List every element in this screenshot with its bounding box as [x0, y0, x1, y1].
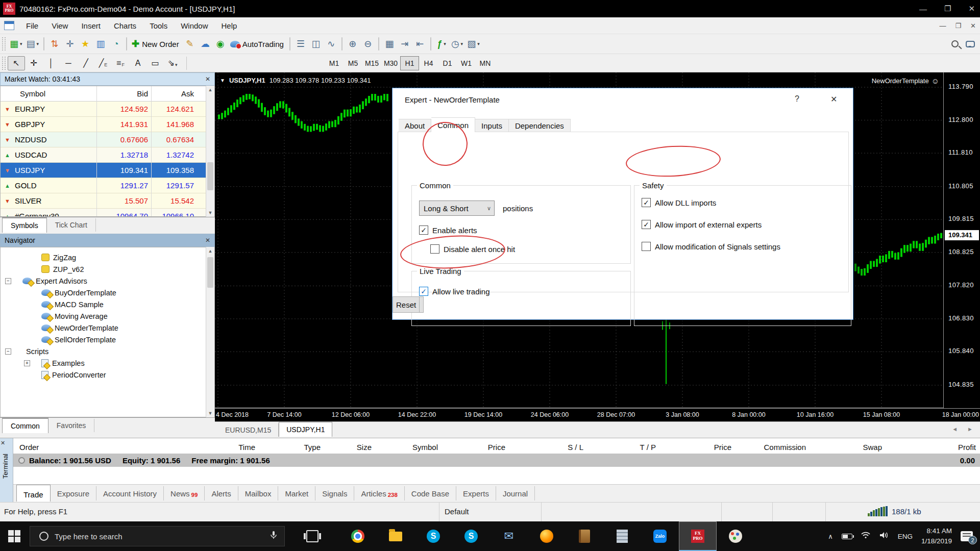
market-watch-close-icon[interactable]: ✕: [205, 76, 210, 83]
terminal-tab[interactable]: Account History: [96, 486, 164, 500]
tray-clock[interactable]: 8:41 AM 1/18/2019: [921, 526, 952, 546]
terminal-column-header[interactable]: Size: [325, 443, 376, 452]
close-button[interactable]: ✕: [968, 4, 975, 13]
market-watch-toggle[interactable]: ⇅: [47, 36, 62, 52]
mdi-close-button[interactable]: ✕: [970, 22, 976, 30]
navigator-item[interactable]: ZUP_v62: [1, 263, 214, 275]
taskbar-app-fxpro[interactable]: FX PRO: [679, 521, 717, 551]
timeframe-button[interactable]: M1: [325, 56, 344, 70]
terminal-column-header[interactable]: Order: [13, 443, 228, 452]
checkbox[interactable]: ✓: [419, 287, 428, 296]
checkbox-row[interactable]: Disable alert once hit: [430, 244, 625, 254]
start-button[interactable]: [8, 530, 20, 542]
terminal-tab[interactable]: Articles238: [354, 486, 404, 500]
navigator-tab[interactable]: Common: [2, 418, 48, 433]
task-view-button[interactable]: [306, 530, 318, 542]
market-watch-tab[interactable]: Symbols: [2, 217, 47, 233]
market-watch-row[interactable]: ▼USDJPY 109.341 109.358: [1, 163, 214, 178]
language-indicator[interactable]: ENG: [898, 533, 913, 540]
tree-expander-icon[interactable]: −: [5, 348, 11, 355]
terminal-tab[interactable]: Code Base: [405, 486, 456, 500]
checkbox[interactable]: ✓: [642, 198, 651, 207]
price-axis[interactable]: 113.790112.800111.810110.805109.815108.8…: [943, 72, 980, 408]
timeframe-button[interactable]: M30: [381, 56, 400, 70]
dialog-close-button[interactable]: ✕: [830, 94, 837, 104]
market-watch-tab[interactable]: Tick Chart: [47, 218, 96, 232]
battery-icon[interactable]: [842, 534, 852, 539]
taskbar-app-notes[interactable]: [603, 521, 641, 551]
navigator-item[interactable]: + Examples: [1, 357, 214, 369]
label-tool[interactable]: ▭: [146, 56, 164, 70]
terminal-column-header[interactable]: Time: [228, 443, 259, 452]
navigator-item[interactable]: PeriodConverter: [1, 369, 214, 381]
toolbar-separator[interactable]: [341, 37, 342, 51]
timeframe-button[interactable]: H1: [400, 56, 419, 70]
menu-item[interactable]: Window: [174, 21, 214, 30]
cursor-tool[interactable]: ↖: [8, 56, 25, 70]
mdi-restore-button[interactable]: ❐: [955, 22, 961, 30]
terminal-column-header[interactable]: T / P: [587, 443, 660, 452]
menu-item[interactable]: Tools: [143, 21, 174, 30]
taskbar-app-skype[interactable]: S: [414, 521, 452, 551]
navigator-scrollbar[interactable]: ▲▼: [206, 247, 214, 417]
expert-smiley-icon[interactable]: ☺: [932, 77, 939, 85]
microphone-icon[interactable]: [270, 531, 277, 542]
volume-icon[interactable]: [879, 532, 889, 541]
taskbar-app-zalo[interactable]: Zalo: [641, 521, 679, 551]
timeframe-button[interactable]: MN: [476, 56, 495, 70]
market-watch-row[interactable]: ▲#Germany30 10964.70 10966.10: [1, 209, 214, 217]
tile-windows-button[interactable]: ▦: [382, 36, 397, 52]
taskbar-app-skype-business[interactable]: S: [452, 521, 490, 551]
checkbox[interactable]: [642, 242, 651, 251]
taskbar-app-paint[interactable]: [717, 521, 754, 551]
checkbox[interactable]: ✓: [419, 226, 428, 235]
terminal-column-header[interactable]: Price: [660, 443, 736, 452]
trendline-tool[interactable]: ╱: [77, 56, 94, 70]
terminal-column-header[interactable]: Type: [259, 443, 325, 452]
toolbar-separator[interactable]: [289, 37, 290, 51]
navigator-close-icon[interactable]: ✕: [205, 237, 210, 244]
tab-inputs[interactable]: Inputs: [475, 119, 509, 132]
toolbar-separator[interactable]: [126, 37, 127, 51]
new-chart-button[interactable]: ▦ ▾: [8, 36, 24, 52]
terminal-column-header[interactable]: Swap: [810, 443, 886, 452]
market-watch-row[interactable]: ▼SILVER 15.507 15.542: [1, 193, 214, 209]
taskbar-app-file-explorer[interactable]: [377, 521, 414, 551]
navigator-item[interactable]: Moving Average: [1, 310, 214, 322]
bar-chart-button[interactable]: ☰: [293, 36, 308, 52]
mdi-minimize-button[interactable]: —: [939, 22, 946, 30]
terminal-column-header[interactable]: S / L: [509, 443, 587, 452]
navigator-tab[interactable]: Favorites: [48, 419, 95, 432]
chart-shift-button[interactable]: ⇤: [412, 36, 428, 52]
timeframe-button[interactable]: W1: [457, 56, 476, 70]
notification-icon[interactable]: 2: [961, 531, 973, 541]
reset-button[interactable]: Reset: [393, 296, 420, 313]
terminal-tab[interactable]: Alerts: [205, 486, 238, 500]
toolbar-separator[interactable]: [430, 37, 431, 51]
terminal-tab[interactable]: Exposure: [51, 486, 96, 500]
line-chart-button[interactable]: ∿: [324, 36, 339, 52]
market-watch-row[interactable]: ▼GBPJPY 141.931 141.968: [1, 117, 214, 132]
market-watch-row[interactable]: ▲USDCAD 1.32718 1.32742: [1, 147, 214, 163]
balance-row[interactable]: Balance: 1 901.56 USD Equity: 1 901.56 F…: [13, 454, 980, 467]
navigator-item[interactable]: ZigZag: [1, 252, 214, 263]
terminal-column-header[interactable]: Symbol: [376, 443, 442, 452]
navigator-item[interactable]: NewOrderTemplate: [1, 322, 214, 334]
zoom-in-button[interactable]: ⊕: [345, 36, 360, 52]
mql5-community-button[interactable]: ☁: [198, 36, 213, 52]
text-tool[interactable]: A: [129, 56, 146, 70]
market-watch-row[interactable]: ▼NZDUSD 0.67606 0.67634: [1, 132, 214, 147]
checkbox-row[interactable]: ✓ Allow import of external experts: [642, 220, 846, 229]
shapes-tool[interactable]: ⇘▾: [164, 56, 181, 70]
menu-item[interactable]: Help: [215, 21, 244, 30]
search-box[interactable]: Type here to search: [30, 526, 285, 546]
status-profile[interactable]: Default: [439, 503, 541, 521]
navigator-item[interactable]: − Scripts: [1, 345, 214, 357]
zoom-out-button[interactable]: ⊖: [360, 36, 376, 52]
data-window-toggle[interactable]: ✛: [62, 36, 78, 52]
menu-item[interactable]: Charts: [107, 21, 143, 30]
chart-tab-scroll-arrows[interactable]: ◄ ►: [952, 426, 977, 432]
search-icon[interactable]: [951, 40, 959, 47]
menu-item[interactable]: File: [19, 21, 45, 30]
navigator-item[interactable]: BuyOrderTemplate: [1, 287, 214, 298]
